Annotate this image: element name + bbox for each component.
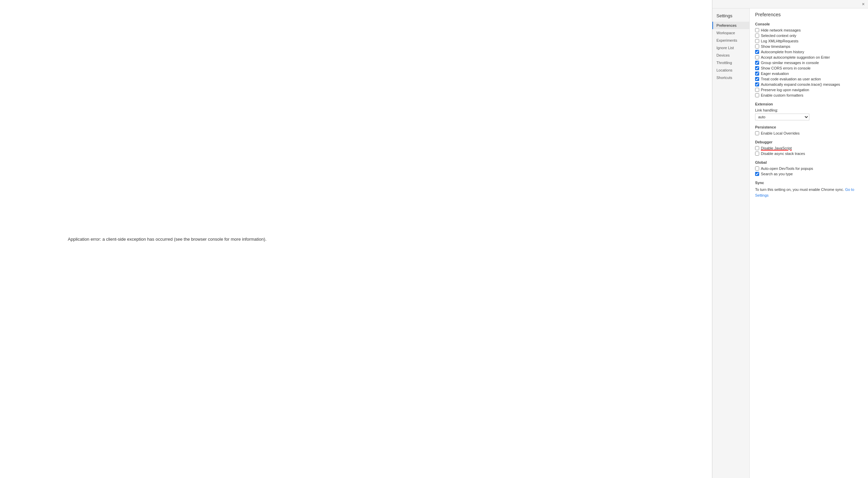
- sidebar-item-preferences[interactable]: Preferences: [712, 22, 749, 29]
- log-xmlhttprequests-label[interactable]: Log XMLHttpRequests: [761, 39, 798, 43]
- checkbox-disable-javascript: Disable JavaScript: [755, 146, 863, 150]
- sync-section-header: Sync: [755, 181, 863, 185]
- checkbox-preserve-log: Preserve log upon navigation: [755, 88, 863, 92]
- content-title: Preferences: [755, 12, 863, 17]
- search-as-you-type-checkbox[interactable]: [755, 172, 759, 176]
- checkbox-log-xmlhttprequests: Log XMLHttpRequests: [755, 39, 863, 43]
- auto-expand-trace-checkbox[interactable]: [755, 82, 759, 86]
- error-message: Application error: a client-side excepti…: [68, 237, 267, 242]
- disable-javascript-checkbox[interactable]: [755, 146, 759, 150]
- sidebar-item-shortcuts[interactable]: Shortcuts: [712, 74, 749, 81]
- accept-autocomplete-checkbox[interactable]: [755, 55, 759, 59]
- link-handling-label: Link handling:: [755, 108, 778, 112]
- settings-title: Settings: [712, 11, 749, 22]
- checkbox-eager-evaluation: Eager evaluation: [755, 72, 863, 76]
- enable-local-overrides-label[interactable]: Enable Local Overrides: [761, 131, 800, 135]
- sidebar-item-locations[interactable]: Locations: [712, 66, 749, 74]
- checkbox-show-timestamps: Show timestamps: [755, 44, 863, 48]
- enable-custom-formatters-label[interactable]: Enable custom formatters: [761, 93, 803, 97]
- hide-network-messages-label[interactable]: Hide network messages: [761, 28, 801, 32]
- group-similar-messages-label[interactable]: Group similar messages in console: [761, 61, 819, 65]
- sidebar-item-devices[interactable]: Devices: [712, 52, 749, 59]
- treat-code-evaluation-checkbox[interactable]: [755, 77, 759, 81]
- show-timestamps-checkbox[interactable]: [755, 44, 759, 48]
- disable-javascript-label[interactable]: Disable JavaScript: [761, 146, 792, 150]
- checkbox-search-as-you-type: Search as you type: [755, 172, 863, 176]
- autocomplete-history-checkbox[interactable]: [755, 50, 759, 54]
- app-area: Application error: a client-side excepti…: [0, 0, 712, 478]
- autocomplete-history-label[interactable]: Autocomplete from history: [761, 50, 804, 54]
- sidebar-item-experiments[interactable]: Experiments: [712, 37, 749, 44]
- checkbox-auto-open-devtools-popups: Auto-open DevTools for popups: [755, 166, 863, 171]
- checkbox-group-similar-messages: Group similar messages in console: [755, 61, 863, 65]
- sidebar-item-workspace[interactable]: Workspace: [712, 29, 749, 37]
- link-handling-select[interactable]: auto Ask Custom: [755, 114, 809, 120]
- checkbox-show-cors-errors: Show CORS errors in console: [755, 66, 863, 70]
- checkbox-disable-async-stack-traces: Disable async stack traces: [755, 152, 863, 156]
- auto-open-devtools-popups-checkbox[interactable]: [755, 166, 759, 171]
- console-section-header: Console: [755, 22, 863, 26]
- devtools-topbar: ×: [712, 0, 868, 8]
- global-section-header: Global: [755, 160, 863, 164]
- preserve-log-label[interactable]: Preserve log upon navigation: [761, 88, 809, 92]
- checkbox-auto-expand-trace: Automatically expand console.trace() mes…: [755, 82, 863, 86]
- enable-local-overrides-checkbox[interactable]: [755, 131, 759, 135]
- settings-nav: Settings Preferences Workspace Experimen…: [712, 8, 750, 478]
- log-xmlhttprequests-checkbox[interactable]: [755, 39, 759, 43]
- settings-container: Settings Preferences Workspace Experimen…: [712, 8, 868, 478]
- checkbox-autocomplete-history: Autocomplete from history: [755, 50, 863, 54]
- preserve-log-checkbox[interactable]: [755, 88, 759, 92]
- search-as-you-type-label[interactable]: Search as you type: [761, 172, 793, 176]
- debugger-section-header: Debugger: [755, 140, 863, 144]
- disable-async-stack-traces-label[interactable]: Disable async stack traces: [761, 152, 805, 156]
- auto-expand-trace-label[interactable]: Automatically expand console.trace() mes…: [761, 82, 840, 86]
- treat-code-evaluation-label[interactable]: Treat code evaluation as user action: [761, 77, 821, 81]
- auto-open-devtools-popups-label[interactable]: Auto-open DevTools for popups: [761, 166, 813, 171]
- close-button[interactable]: ×: [861, 1, 866, 7]
- eager-evaluation-checkbox[interactable]: [755, 72, 759, 76]
- sidebar-item-throttling[interactable]: Throttling: [712, 59, 749, 66]
- devtools-panel: × Settings Preferences Workspace Experim…: [712, 0, 868, 478]
- checkbox-treat-code-evaluation: Treat code evaluation as user action: [755, 77, 863, 81]
- persistence-section-header: Persistence: [755, 125, 863, 129]
- extension-section-header: Extension: [755, 102, 863, 106]
- show-cors-errors-label[interactable]: Show CORS errors in console: [761, 66, 811, 70]
- show-timestamps-label[interactable]: Show timestamps: [761, 44, 790, 48]
- settings-content: Preferences Console Hide network message…: [750, 8, 868, 478]
- selected-context-only-checkbox[interactable]: [755, 34, 759, 38]
- disable-async-stack-traces-checkbox[interactable]: [755, 152, 759, 156]
- group-similar-messages-checkbox[interactable]: [755, 61, 759, 65]
- hide-network-messages-checkbox[interactable]: [755, 28, 759, 32]
- checkbox-selected-context-only: Selected context only: [755, 34, 863, 38]
- checkbox-hide-network-messages: Hide network messages: [755, 28, 863, 32]
- eager-evaluation-label[interactable]: Eager evaluation: [761, 72, 789, 76]
- sidebar-item-ignore-list[interactable]: Ignore List: [712, 44, 749, 52]
- selected-context-only-label[interactable]: Selected context only: [761, 34, 796, 38]
- show-cors-errors-checkbox[interactable]: [755, 66, 759, 70]
- accept-autocomplete-label[interactable]: Accept autocomplete suggestion on Enter: [761, 55, 830, 59]
- enable-custom-formatters-checkbox[interactable]: [755, 93, 759, 97]
- link-handling-row: Link handling:: [755, 108, 863, 112]
- checkbox-enable-local-overrides: Enable Local Overrides: [755, 131, 863, 135]
- checkbox-enable-custom-formatters: Enable custom formatters: [755, 93, 863, 97]
- checkbox-accept-autocomplete: Accept autocomplete suggestion on Enter: [755, 55, 863, 59]
- sync-description: To turn this setting on, you must enable…: [755, 187, 863, 198]
